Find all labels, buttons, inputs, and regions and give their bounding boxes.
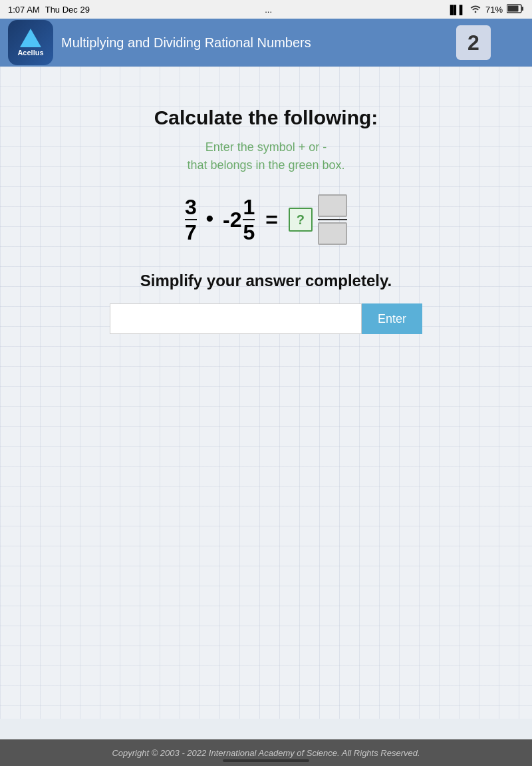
- svg-point-0: [475, 11, 477, 13]
- simplify-text: Simplify your answer completely.: [140, 272, 392, 290]
- svg-rect-3: [507, 5, 518, 11]
- fraction-1-5: 1 5: [243, 196, 255, 243]
- status-right: ▐▌▌ 71%: [447, 4, 524, 15]
- mixed-number: -2 1 5: [223, 196, 255, 243]
- fraction-denominator-5: 5: [243, 222, 255, 243]
- answer-container: ?: [289, 194, 347, 245]
- math-expression: 3 7 • -2 1 5 = ?: [185, 194, 347, 245]
- fraction-3-7: 3 7: [185, 196, 197, 243]
- ellipsis: ...: [265, 5, 272, 15]
- green-sign-box[interactable]: ?: [289, 208, 313, 232]
- fraction-numerator-1: 1: [243, 196, 255, 218]
- fraction-numerator-3: 3: [185, 196, 197, 218]
- fraction-denominator-7: 7: [185, 222, 197, 243]
- dots: ...: [265, 5, 272, 15]
- logo-triangle-icon: [20, 29, 41, 47]
- enter-button[interactable]: Enter: [362, 303, 422, 334]
- lesson-number: 2: [456, 25, 491, 60]
- answer-numerator-box[interactable]: [318, 194, 347, 217]
- multiply-dot: •: [206, 206, 213, 234]
- calculate-title: Calculate the following:: [154, 106, 378, 129]
- answer-input[interactable]: [110, 303, 362, 334]
- equals-sign: =: [265, 208, 278, 232]
- instruction-line2: that belongs in the green box.: [187, 158, 344, 172]
- signal-icon: ▐▌▌: [447, 5, 466, 15]
- footer: Copyright © 2003 - 2022 International Ac…: [0, 739, 532, 766]
- status-left: 1:07 AM Thu Dec 29: [8, 5, 90, 15]
- home-bar: [223, 759, 309, 762]
- acellus-logo: Acellus: [8, 20, 53, 65]
- battery-percent: 71%: [485, 5, 503, 15]
- wifi-icon: [469, 4, 481, 15]
- mixed-whole: -2: [223, 208, 241, 232]
- instruction-text: Enter the symbol + or - that belongs in …: [187, 138, 344, 174]
- battery-icon: [507, 4, 524, 15]
- logo-text: Acellus: [17, 49, 43, 57]
- date: Thu Dec 29: [45, 5, 90, 15]
- header-title: Multiplying and Dividing Rational Number…: [61, 35, 448, 51]
- svg-rect-2: [521, 7, 523, 11]
- instruction-line1: Enter the symbol + or -: [205, 140, 327, 154]
- answer-denominator-box[interactable]: [318, 222, 347, 245]
- answer-fraction-line: [318, 219, 347, 220]
- copyright-text: Copyright © 2003 - 2022 International Ac…: [112, 748, 420, 758]
- input-area: Enter: [110, 303, 422, 334]
- time: 1:07 AM: [8, 5, 40, 15]
- answer-fraction: [318, 194, 347, 245]
- main-content: Calculate the following: Enter the symbo…: [0, 67, 532, 719]
- header: Acellus Multiplying and Dividing Rationa…: [0, 19, 532, 67]
- status-bar: 1:07 AM Thu Dec 29 ... ▐▌▌ 71%: [0, 0, 532, 19]
